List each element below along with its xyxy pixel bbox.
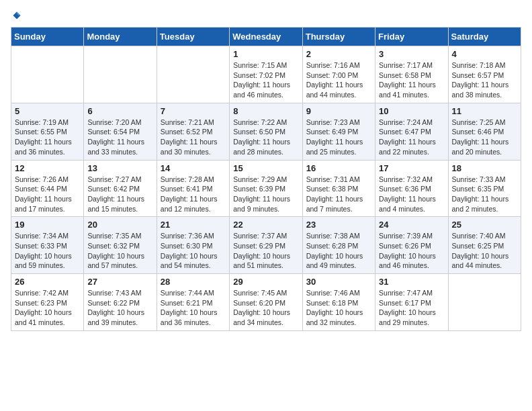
day-number: 26 [15,277,80,287]
calendar-cell: 10Sunrise: 7:24 AM Sunset: 6:47 PM Dayli… [375,103,448,160]
page-header [11,11,521,20]
day-number: 18 [452,163,517,173]
day-info: Sunrise: 7:19 AM Sunset: 6:55 PM Dayligh… [15,118,80,157]
day-info: Sunrise: 7:17 AM Sunset: 6:58 PM Dayligh… [379,60,444,100]
day-number: 8 [233,106,298,116]
day-number: 3 [379,49,444,59]
day-number: 20 [87,220,152,230]
day-info: Sunrise: 7:21 AM Sunset: 6:52 PM Dayligh… [161,118,226,157]
day-number: 1 [233,49,298,59]
calendar-cell [11,46,84,103]
day-number: 12 [15,163,80,173]
day-number: 22 [233,220,298,230]
day-info: Sunrise: 7:35 AM Sunset: 6:32 PM Dayligh… [87,231,152,271]
weekday-header-wednesday: Wednesday [230,28,302,46]
day-info: Sunrise: 7:46 AM Sunset: 6:18 PM Dayligh… [306,288,371,328]
calendar-cell: 6Sunrise: 7:20 AM Sunset: 6:54 PM Daylig… [84,103,157,160]
day-number: 2 [306,49,371,59]
day-info: Sunrise: 7:27 AM Sunset: 6:42 PM Dayligh… [87,175,152,214]
day-info: Sunrise: 7:33 AM Sunset: 6:35 PM Dayligh… [452,175,517,214]
calendar-cell [157,46,229,103]
day-info: Sunrise: 7:22 AM Sunset: 6:50 PM Dayligh… [233,118,298,157]
day-info: Sunrise: 7:34 AM Sunset: 6:33 PM Dayligh… [15,231,80,271]
calendar-cell [84,46,157,103]
calendar-cell: 7Sunrise: 7:21 AM Sunset: 6:52 PM Daylig… [157,103,229,160]
logo-icon [12,11,21,20]
day-number: 28 [161,277,226,287]
calendar-cell: 8Sunrise: 7:22 AM Sunset: 6:50 PM Daylig… [230,103,302,160]
day-info: Sunrise: 7:28 AM Sunset: 6:41 PM Dayligh… [161,175,226,214]
day-info: Sunrise: 7:25 AM Sunset: 6:46 PM Dayligh… [452,118,517,157]
calendar-header-row: SundayMondayTuesdayWednesdayThursdayFrid… [11,28,521,46]
day-number: 31 [379,277,444,287]
day-info: Sunrise: 7:24 AM Sunset: 6:47 PM Dayligh… [379,118,444,157]
calendar-cell: 17Sunrise: 7:32 AM Sunset: 6:36 PM Dayli… [375,160,448,217]
calendar-cell: 22Sunrise: 7:37 AM Sunset: 6:29 PM Dayli… [230,217,302,274]
calendar-cell: 5Sunrise: 7:19 AM Sunset: 6:55 PM Daylig… [11,103,84,160]
calendar-week-row: 1Sunrise: 7:15 AM Sunset: 7:02 PM Daylig… [11,46,521,103]
calendar-cell: 21Sunrise: 7:36 AM Sunset: 6:30 PM Dayli… [157,217,229,274]
calendar-cell: 11Sunrise: 7:25 AM Sunset: 6:46 PM Dayli… [448,103,521,160]
day-number: 17 [379,163,444,173]
day-number: 25 [452,220,517,230]
day-number: 10 [379,106,444,116]
calendar-cell: 28Sunrise: 7:44 AM Sunset: 6:21 PM Dayli… [157,274,229,331]
day-info: Sunrise: 7:47 AM Sunset: 6:17 PM Dayligh… [379,288,444,328]
calendar-cell: 2Sunrise: 7:16 AM Sunset: 7:00 PM Daylig… [302,46,375,103]
day-info: Sunrise: 7:20 AM Sunset: 6:54 PM Dayligh… [87,118,152,157]
calendar-cell: 31Sunrise: 7:47 AM Sunset: 6:17 PM Dayli… [375,274,448,331]
weekday-header-monday: Monday [84,28,157,46]
day-info: Sunrise: 7:43 AM Sunset: 6:22 PM Dayligh… [87,288,152,328]
calendar-week-row: 5Sunrise: 7:19 AM Sunset: 6:55 PM Daylig… [11,103,521,160]
day-info: Sunrise: 7:38 AM Sunset: 6:28 PM Dayligh… [306,231,371,271]
calendar-cell: 12Sunrise: 7:26 AM Sunset: 6:44 PM Dayli… [11,160,84,217]
weekday-header-sunday: Sunday [11,28,84,46]
calendar-table: SundayMondayTuesdayWednesdayThursdayFrid… [11,27,521,331]
day-info: Sunrise: 7:42 AM Sunset: 6:23 PM Dayligh… [15,288,80,328]
calendar-cell: 29Sunrise: 7:45 AM Sunset: 6:20 PM Dayli… [230,274,302,331]
day-info: Sunrise: 7:36 AM Sunset: 6:30 PM Dayligh… [161,231,226,271]
day-info: Sunrise: 7:32 AM Sunset: 6:36 PM Dayligh… [379,175,444,214]
calendar-cell: 23Sunrise: 7:38 AM Sunset: 6:28 PM Dayli… [302,217,375,274]
day-number: 27 [87,277,152,287]
day-number: 11 [452,106,517,116]
calendar-cell: 4Sunrise: 7:18 AM Sunset: 6:57 PM Daylig… [448,46,521,103]
calendar-cell: 9Sunrise: 7:23 AM Sunset: 6:49 PM Daylig… [302,103,375,160]
calendar-cell: 18Sunrise: 7:33 AM Sunset: 6:35 PM Dayli… [448,160,521,217]
day-info: Sunrise: 7:23 AM Sunset: 6:49 PM Dayligh… [306,118,371,157]
day-number: 14 [161,163,226,173]
day-number: 30 [306,277,371,287]
weekday-header-saturday: Saturday [448,28,521,46]
day-info: Sunrise: 7:26 AM Sunset: 6:44 PM Dayligh… [15,175,80,214]
calendar-cell: 15Sunrise: 7:29 AM Sunset: 6:39 PM Dayli… [230,160,302,217]
day-info: Sunrise: 7:16 AM Sunset: 7:00 PM Dayligh… [306,60,371,100]
day-number: 23 [306,220,371,230]
calendar-week-row: 19Sunrise: 7:34 AM Sunset: 6:33 PM Dayli… [11,217,521,274]
day-info: Sunrise: 7:18 AM Sunset: 6:57 PM Dayligh… [452,60,517,100]
logo [11,11,21,20]
day-number: 7 [161,106,226,116]
day-info: Sunrise: 7:29 AM Sunset: 6:39 PM Dayligh… [233,175,298,214]
calendar-week-row: 26Sunrise: 7:42 AM Sunset: 6:23 PM Dayli… [11,274,521,331]
day-number: 19 [15,220,80,230]
calendar-cell [448,274,521,331]
day-number: 4 [452,49,517,59]
calendar-cell: 26Sunrise: 7:42 AM Sunset: 6:23 PM Dayli… [11,274,84,331]
calendar-cell: 25Sunrise: 7:40 AM Sunset: 6:25 PM Dayli… [448,217,521,274]
calendar-week-row: 12Sunrise: 7:26 AM Sunset: 6:44 PM Dayli… [11,160,521,217]
calendar-cell: 13Sunrise: 7:27 AM Sunset: 6:42 PM Dayli… [84,160,157,217]
day-number: 13 [87,163,152,173]
day-info: Sunrise: 7:40 AM Sunset: 6:25 PM Dayligh… [452,231,517,271]
day-number: 5 [15,106,80,116]
day-number: 6 [87,106,152,116]
day-info: Sunrise: 7:15 AM Sunset: 7:02 PM Dayligh… [233,60,298,100]
calendar-cell: 3Sunrise: 7:17 AM Sunset: 6:58 PM Daylig… [375,46,448,103]
calendar-cell: 20Sunrise: 7:35 AM Sunset: 6:32 PM Dayli… [84,217,157,274]
calendar-cell: 16Sunrise: 7:31 AM Sunset: 6:38 PM Dayli… [302,160,375,217]
calendar-cell: 30Sunrise: 7:46 AM Sunset: 6:18 PM Dayli… [302,274,375,331]
day-info: Sunrise: 7:44 AM Sunset: 6:21 PM Dayligh… [161,288,226,328]
day-number: 29 [233,277,298,287]
weekday-header-thursday: Thursday [302,28,375,46]
calendar-cell: 19Sunrise: 7:34 AM Sunset: 6:33 PM Dayli… [11,217,84,274]
weekday-header-tuesday: Tuesday [157,28,229,46]
